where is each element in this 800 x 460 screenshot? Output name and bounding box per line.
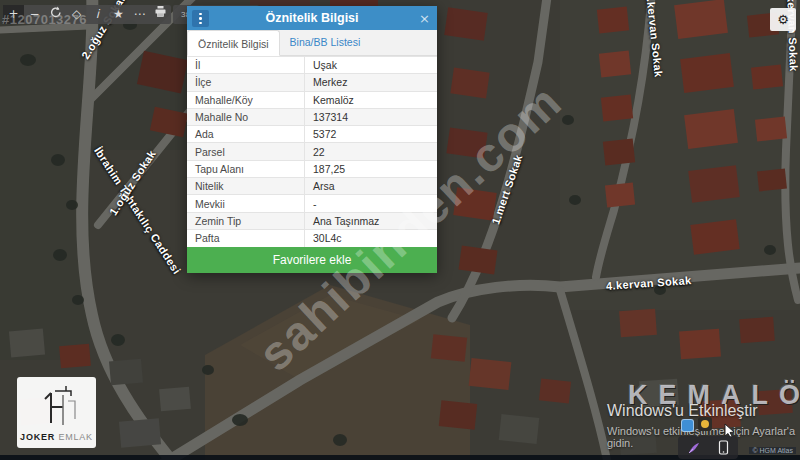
tray-icon-blue[interactable] <box>681 419 694 432</box>
logo-monogram-icon <box>37 383 77 429</box>
print-button[interactable] <box>150 5 171 24</box>
modal-tabbar: Öznitelik Bilgisi Bina/BB Listesi <box>187 30 437 56</box>
table-row: Mahalle No 137314 <box>187 108 437 125</box>
info-button[interactable]: i <box>87 5 108 24</box>
favorites-button[interactable]: ★ <box>108 5 129 24</box>
app-screen: 2.oğuz Sokak İbrahim Tahtakılıç Caddesi … <box>0 0 800 460</box>
tray-icon-emoji[interactable] <box>698 417 712 431</box>
add-to-favorites-button[interactable]: Favorilere ekle <box>187 247 437 273</box>
printer-icon <box>154 5 167 18</box>
table-row: Ada 5372 <box>187 126 437 143</box>
table-row: İlçe Merkez <box>187 74 437 91</box>
table-row: Tapu Alanı 187,25 <box>187 160 437 177</box>
screenshot-tool-panel <box>678 436 738 459</box>
attribute-table: İl Uşak İlçe Merkez Mahalle/Köy Kemalöz … <box>187 56 437 247</box>
table-row: İl Uşak <box>187 57 437 74</box>
table-row: Parsel 22 <box>187 143 437 160</box>
more-button[interactable]: ⋯ <box>129 5 150 24</box>
logo-text: JOKER EMLAK <box>20 432 93 442</box>
pen-icon[interactable] <box>687 441 701 455</box>
realtor-logo: JOKER EMLAK <box>17 377 96 448</box>
table-row: Mevkii - <box>187 195 437 212</box>
modal-menu-button[interactable] <box>192 10 209 27</box>
close-button[interactable]: × <box>419 6 430 30</box>
table-row: Pafta 30L4c <box>187 229 437 246</box>
modal-title: Öznitelik Bilgisi <box>187 6 437 30</box>
logo-text-bold: JOKER <box>20 432 55 442</box>
logo-text-light: EMLAK <box>55 432 93 442</box>
phone-icon[interactable] <box>718 440 729 455</box>
settings-button[interactable]: ⚙ <box>770 8 796 31</box>
map-attribution: © HGM Atlas <box>749 447 796 454</box>
tab-oznitelik-bilgisi[interactable]: Öznitelik Bilgisi <box>187 30 280 56</box>
kebab-menu-icon <box>199 13 202 16</box>
modal-header[interactable]: Öznitelik Bilgisi × <box>187 6 437 30</box>
tab-bina-bb-listesi[interactable]: Bina/BB Listesi <box>280 29 371 55</box>
close-icon: × <box>419 11 430 26</box>
attribute-info-modal: Öznitelik Bilgisi × Öznitelik Bilgisi Bi… <box>187 6 437 273</box>
gear-icon: ⚙ <box>777 12 789 27</box>
table-row: Nitelik Arsa <box>187 178 437 195</box>
table-row: Zemin Tip Ana Taşınmaz <box>187 212 437 229</box>
table-row: Mahalle/Köy Kemalöz <box>187 91 437 108</box>
listing-id-watermark: #1207013276 <box>2 12 87 27</box>
